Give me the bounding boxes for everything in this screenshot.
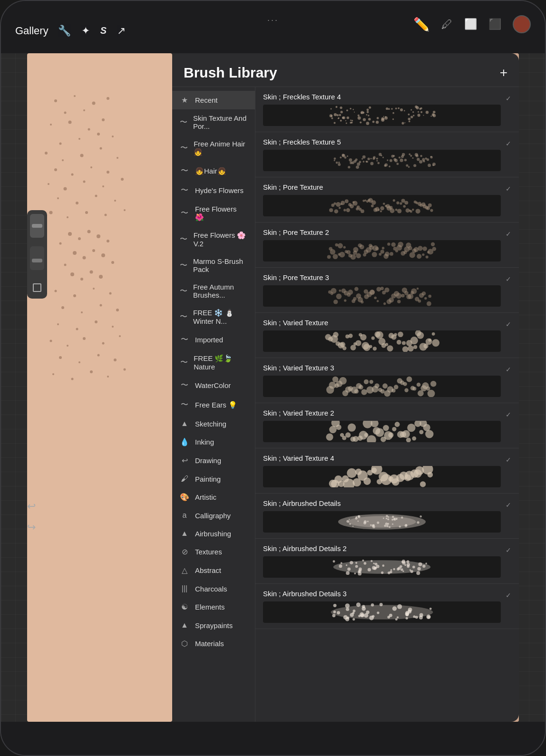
category-item-inking[interactable]: 💧Inking [172, 433, 255, 451]
svg-point-312 [372, 252, 377, 257]
category-item-nature[interactable]: 〜FREE 🌿🍃 Nature [172, 349, 255, 376]
svg-point-55 [93, 288, 95, 290]
smudge-tool-icon[interactable]: 🖊 [441, 18, 453, 31]
category-item-spraypaints[interactable]: ▲Spraypaints [172, 616, 255, 634]
brush-item-pore3[interactable]: Skin ; Pore Texture 3 ✓ [255, 268, 519, 313]
svg-point-131 [369, 107, 371, 109]
svg-point-64 [112, 326, 114, 328]
square-tool[interactable] [30, 281, 44, 295]
three-dots-menu[interactable]: ··· [267, 15, 279, 25]
svg-point-183 [368, 158, 370, 160]
svg-point-297 [343, 246, 346, 248]
brush-item-airbrushed1[interactable]: Skin ; Airbrushed Details ✓ [255, 494, 519, 539]
svg-point-596 [381, 572, 383, 574]
wrench-icon[interactable]: 🔧 [58, 25, 71, 37]
brush-item-airbrushed2[interactable]: Skin ; Airbrushed Details 2 ✓ [255, 539, 519, 584]
svg-point-383 [408, 293, 414, 299]
category-item-anime-hair[interactable]: 〜Free Anime Hair 👧 [172, 135, 255, 161]
svg-point-485 [345, 432, 351, 437]
category-item-drawing[interactable]: ↩Drawing [172, 451, 255, 470]
svg-point-137 [331, 108, 332, 110]
category-item-imported[interactable]: 〜Imported [172, 330, 255, 349]
size-slider[interactable] [30, 246, 44, 270]
category-item-recent[interactable]: ★Recent [172, 91, 255, 109]
brush-item-freckles4[interactable]: Skin ; Freckles Texture 4 ✓ [255, 87, 519, 132]
svg-point-260 [383, 203, 385, 205]
svg-point-117 [353, 109, 354, 110]
svg-point-86 [410, 109, 412, 110]
category-item-materials[interactable]: ⬡Materials [172, 634, 255, 653]
eraser-tool-icon[interactable]: ⬜ [464, 18, 477, 30]
category-item-artistic[interactable]: 🎨Artistic [172, 488, 255, 506]
add-brush-button[interactable]: + [500, 65, 507, 80]
brush-item-varied4[interactable]: Skin ; Varied Texture 4 ✓ [255, 448, 519, 494]
svg-point-54 [73, 294, 76, 297]
category-item-calligraphy[interactable]: aCalligraphy [172, 506, 255, 524]
svg-point-243 [353, 201, 358, 206]
svg-point-177 [359, 161, 361, 163]
category-item-abstract[interactable]: △Abstract [172, 561, 255, 580]
category-item-skin-texture[interactable]: 〜Skin Texture And Por... [172, 109, 255, 135]
magic-icon[interactable]: ✦ [81, 25, 90, 37]
gallery-button[interactable]: Gallery [15, 25, 49, 37]
category-item-free-ears[interactable]: 〜Free Ears 💡 [172, 395, 255, 415]
svg-point-493 [367, 435, 376, 442]
brush-checkmark-pore3: ✓ [506, 275, 511, 283]
category-item-elements[interactable]: ☯Elements [172, 598, 255, 616]
category-item-sketching[interactable]: ▲Sketching [172, 415, 255, 433]
svg-point-236 [341, 201, 345, 205]
svg-point-182 [366, 161, 368, 163]
brush-item-varied1[interactable]: Skin ; Varied Texture ✓ [255, 313, 519, 358]
undo-button[interactable]: ↩ [27, 500, 36, 513]
category-label-abstract: Abstract [195, 566, 221, 574]
category-item-charcoals[interactable]: |||Charcoals [172, 580, 255, 598]
svg-point-317 [382, 247, 385, 250]
category-icon-free-ears: 〜 [180, 400, 189, 410]
svg-point-97 [350, 120, 351, 121]
brush-stroke-preview-airbrushed2 [263, 556, 501, 578]
svg-point-20 [71, 174, 74, 176]
svg-point-625 [373, 567, 377, 570]
selection-icon[interactable]: S [100, 25, 107, 36]
category-item-hydes-flowers[interactable]: 〜Hyde's Flowers [172, 181, 255, 200]
transform-icon[interactable]: ↗ [117, 25, 126, 37]
category-item-free-flowers-v2[interactable]: 〜Free Flowers 🌸 V.2 [172, 226, 255, 252]
category-item-autumn[interactable]: 〜Free Autumn Brushes... [172, 278, 255, 304]
layers-icon[interactable]: ⬛ [488, 18, 501, 30]
category-item-painting[interactable]: 🖌Painting [172, 470, 255, 488]
category-item-free-flowers[interactable]: 〜Free Flowers 🌺 [172, 200, 255, 226]
svg-point-90 [418, 114, 420, 116]
brush-item-pore1[interactable]: Skin ; Pore Texture ✓ [255, 177, 519, 223]
svg-point-14 [45, 152, 48, 155]
brush-checkmark-varied1: ✓ [506, 320, 511, 328]
brush-tool-icon[interactable]: ✏️ [413, 17, 430, 32]
redo-button[interactable]: ↪ [27, 521, 36, 533]
svg-point-12 [59, 143, 62, 145]
svg-point-425 [402, 341, 406, 345]
svg-point-74 [52, 373, 54, 375]
category-item-hair[interactable]: 〜👧Hair👧 [172, 161, 255, 181]
category-item-marmo[interactable]: 〜Marmo S-Brush Pack [172, 252, 255, 278]
freckle-pattern [37, 91, 170, 400]
svg-point-192 [381, 155, 382, 156]
svg-point-679 [392, 606, 397, 611]
category-item-textures[interactable]: ⊘Textures [172, 543, 255, 561]
color-swatch[interactable] [513, 15, 531, 33]
brush-item-content-pore3: Skin ; Pore Texture 3 [263, 273, 501, 307]
brush-item-varied3[interactable]: Skin ; Varied Texture 3 ✓ [255, 358, 519, 403]
category-item-watercolor[interactable]: 〜WaterColor [172, 376, 255, 395]
brush-item-freckles5[interactable]: Skin ; Freckles Texture 5 ✓ [255, 132, 519, 177]
brush-item-varied2[interactable]: Skin ; Varied Texture 2 ✓ [255, 403, 519, 448]
brush-item-content-freckles4: Skin ; Freckles Texture 4 [263, 93, 501, 126]
svg-point-29 [76, 202, 78, 204]
svg-point-169 [348, 166, 350, 168]
brush-item-airbrushed3[interactable]: Skin ; Airbrushed Details 3 ✓ [255, 584, 519, 629]
svg-point-653 [345, 603, 350, 608]
category-item-winter[interactable]: 〜FREE ❄️ ⛄ Winter N... [172, 304, 255, 330]
opacity-slider[interactable] [30, 214, 44, 238]
brush-item-content-varied4: Skin ; Varied Texture 4 [263, 454, 501, 487]
svg-point-60 [116, 309, 119, 311]
brush-item-pore2[interactable]: Skin ; Pore Texture 2 ✓ [255, 223, 519, 268]
category-item-airbrushing[interactable]: ▲Airbrushing [172, 524, 255, 543]
svg-point-372 [384, 288, 389, 292]
